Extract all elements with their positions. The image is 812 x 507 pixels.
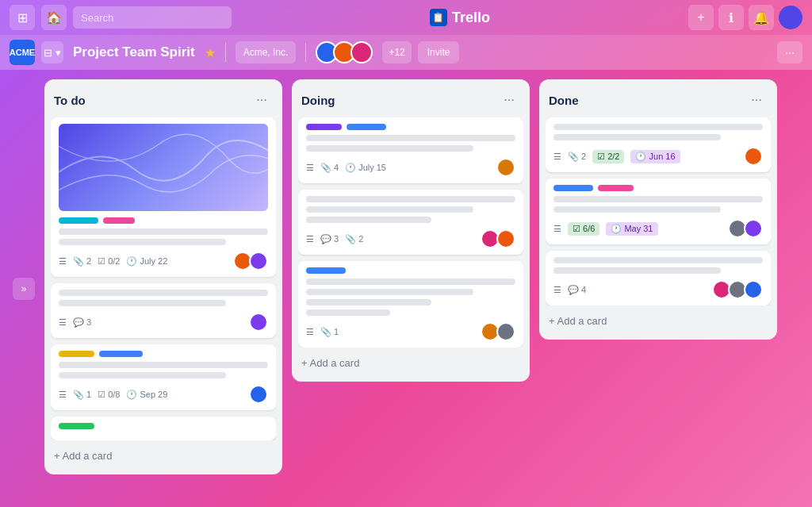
hamburger-icon: ☰ — [306, 234, 314, 244]
card-todo-4[interactable] — [51, 417, 276, 440]
hamburger-icon: ☰ — [59, 317, 67, 328]
list-done: Done ··· ☰ 📎 2 ☑ 2/2 🕐 Jun 16 — [539, 79, 777, 340]
attach-icon: 📎 2 — [345, 234, 363, 244]
board-nav: ACME ⊟ ▾ Project Team Spirit ★ Acme, Inc… — [0, 35, 812, 70]
info-button[interactable]: ℹ — [718, 5, 744, 30]
tag-cyan — [59, 217, 98, 224]
card-footer: ☰ 💬 3 📎 2 — [306, 229, 515, 248]
list-header-doing: Doing ··· — [298, 86, 523, 117]
user-avatar[interactable] — [779, 6, 802, 29]
star-icon[interactable]: ★ — [205, 45, 216, 60]
card-avatars — [496, 158, 515, 177]
date-badge: 🕐 Jun 16 — [630, 150, 680, 163]
card-done-1[interactable]: ☰ 📎 2 ☑ 2/2 🕐 Jun 16 — [546, 117, 771, 172]
card-text-line — [59, 290, 268, 296]
card-footer: ☰ 💬 3 — [59, 313, 268, 332]
hamburger-icon: ☰ — [306, 327, 314, 337]
card-text-line — [59, 362, 268, 368]
card-text-line — [59, 239, 226, 245]
attach-icon: 📎 2 — [73, 256, 91, 267]
card-avatars — [481, 322, 515, 341]
card-footer: ☰ 💬 4 — [553, 280, 763, 299]
app-name: Trello — [452, 10, 490, 26]
attach-count: 4 — [334, 163, 339, 172]
tag-blue — [347, 124, 386, 130]
comment-icon: 💬 3 — [73, 317, 91, 328]
list-title-doing: Doing — [301, 94, 335, 107]
tag-blue — [553, 185, 593, 191]
hamburger-icon: ☰ — [59, 256, 67, 267]
card-avatar — [744, 280, 763, 299]
card-text-line — [59, 372, 226, 378]
card-avatar — [744, 219, 763, 238]
date-val: Sep 29 — [140, 390, 167, 399]
notifications-button[interactable]: 🔔 — [749, 5, 774, 30]
checklist-icon: ☑ 0/8 — [98, 390, 120, 400]
nav-right-actions: + ℹ 🔔 — [688, 5, 802, 30]
card-text-line — [306, 217, 431, 223]
home-button[interactable]: 🏠 — [41, 5, 67, 30]
card-todo-3[interactable]: ☰ 📎 1 ☑ 0/8 🕐 Sep 29 — [51, 344, 276, 410]
card-footer: ☰ 📎 1 ☑ 0/8 🕐 Sep 29 — [59, 385, 268, 404]
comment-count: 3 — [86, 317, 91, 327]
card-text-line — [306, 289, 473, 295]
list-title-todo: To do — [54, 94, 86, 107]
card-cover — [59, 124, 268, 211]
top-nav: ⊞ 🏠 📋 Trello + ℹ 🔔 — [0, 0, 812, 35]
card-text-line — [306, 135, 515, 141]
separator2 — [305, 43, 306, 62]
card-todo-1[interactable]: ☰ 📎 2 ☑ 0/2 🕐 July 22 — [51, 117, 276, 277]
list-menu-doing[interactable]: ··· — [498, 89, 520, 111]
card-avatars — [712, 280, 763, 299]
card-footer: ☰ 📎 1 — [306, 322, 515, 341]
card-done-3[interactable]: ☰ 💬 4 — [546, 251, 771, 305]
attach-icon: 📎 1 — [320, 327, 339, 337]
card-text-line — [553, 196, 763, 202]
date-val: July 15 — [358, 163, 386, 172]
card-text-line — [306, 145, 473, 152]
app-logo: 📋 Trello — [238, 9, 682, 26]
add-card-button-done[interactable]: + Add a card — [546, 309, 771, 333]
card-done-2[interactable]: ☰ ☑ 6/6 🕐 May 31 — [546, 179, 771, 244]
card-doing-1[interactable]: ☰ 📎 4 🕐 July 15 — [298, 117, 523, 183]
card-avatar — [249, 313, 268, 332]
board-more-button[interactable]: ··· — [777, 41, 802, 63]
hamburger-icon: ☰ — [59, 390, 67, 400]
card-tags — [553, 185, 763, 191]
checklist-val: 0/2 — [108, 256, 120, 266]
comment-count: 4 — [581, 285, 586, 294]
card-avatar — [496, 322, 515, 341]
card-tags — [59, 217, 268, 224]
list-todo: To do ··· ☰ — [44, 79, 282, 474]
comment-icon: 💬 4 — [568, 285, 586, 295]
more-members-button[interactable]: +12 — [382, 41, 411, 63]
list-doing: Doing ··· ☰ 📎 4 🕐 July 15 — [292, 79, 530, 382]
list-menu-todo[interactable]: ··· — [251, 89, 273, 111]
card-todo-2[interactable]: ☰ 💬 3 — [51, 283, 276, 338]
tag-pink — [103, 217, 135, 224]
hamburger-icon: ☰ — [553, 285, 561, 295]
add-button[interactable]: + — [688, 5, 714, 30]
workspace-button[interactable]: Acme, Inc. — [236, 41, 297, 63]
add-card-button-doing[interactable]: + Add a card — [298, 351, 523, 375]
card-text-line — [553, 206, 721, 213]
list-header-todo: To do ··· — [51, 86, 276, 117]
card-text-line — [306, 278, 515, 285]
card-doing-2[interactable]: ☰ 💬 3 📎 2 — [298, 190, 523, 255]
invite-button[interactable]: Invite — [418, 41, 460, 63]
add-card-button-todo[interactable]: + Add a card — [51, 444, 276, 468]
card-avatar — [496, 229, 515, 248]
search-input[interactable] — [73, 6, 232, 29]
board-view-toggle[interactable]: ⊟ ▾ — [41, 41, 63, 63]
checklist-val: 0/8 — [108, 390, 120, 399]
sidebar-toggle-button[interactable]: » — [13, 278, 35, 300]
workspace-logo: ACME — [10, 40, 35, 65]
card-doing-3[interactable]: ☰ 📎 1 — [298, 261, 523, 348]
list-menu-done[interactable]: ··· — [745, 89, 768, 111]
date-icon: 🕐 Sep 29 — [126, 390, 167, 400]
member-avatar-3[interactable] — [350, 41, 373, 63]
attach-icon: 📎 1 — [73, 390, 91, 400]
attach-count: 2 — [581, 152, 586, 161]
tag-blue — [99, 351, 143, 357]
apps-button[interactable]: ⊞ — [10, 5, 35, 30]
